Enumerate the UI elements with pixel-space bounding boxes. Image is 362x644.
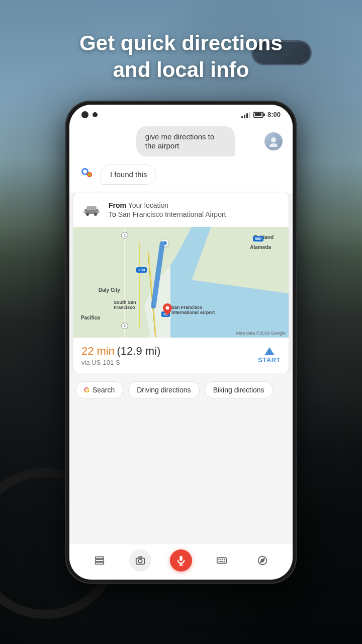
clock: 8:00 <box>267 111 281 118</box>
svg-rect-11 <box>83 211 85 213</box>
svg-point-32 <box>261 560 263 561</box>
camera-sensor <box>93 112 98 117</box>
svg-point-3 <box>83 170 87 174</box>
to-line: To San Francisco International Airport <box>109 210 226 218</box>
highway-1a: 1 <box>121 232 128 238</box>
map-label-south-sf: South SanFrancisco <box>114 300 136 310</box>
keyboard-nav-button[interactable] <box>211 549 233 572</box>
content-spacer <box>69 407 293 544</box>
duration-line: 22 min (12.9 mi) <box>81 345 160 358</box>
svg-point-6 <box>89 174 90 176</box>
highway-580: 580 <box>253 236 263 242</box>
signal-icon <box>241 111 250 118</box>
camera-area <box>81 111 98 118</box>
status-icons: 8:00 <box>241 111 281 118</box>
assistant-found-text: I found this <box>110 170 147 179</box>
svg-point-13 <box>166 306 169 310</box>
map-label-alameda: Alameda <box>250 245 271 250</box>
svg-rect-19 <box>179 556 183 561</box>
start-label: START <box>258 356 281 364</box>
status-bar: 8:00 <box>69 105 293 118</box>
map-label-sfo: San FranciscoInternational Airport <box>171 305 215 315</box>
camera-nav-button[interactable] <box>129 549 151 572</box>
svg-point-0 <box>271 137 276 142</box>
highway-280: 280 <box>136 267 147 273</box>
suggestion-driving-label: Driving directions <box>137 386 191 394</box>
suggestion-biking-label: Biking directions <box>213 386 264 394</box>
svg-point-18 <box>139 559 142 562</box>
google-g-logo: G <box>84 386 89 394</box>
headline-line1: Get quick directions <box>79 31 283 55</box>
bottom-nav-bar <box>69 544 293 580</box>
svg-point-9 <box>86 213 89 216</box>
svg-rect-8 <box>86 206 97 210</box>
google-assistant-logo <box>79 165 96 181</box>
assistant-response: I found this <box>79 165 283 185</box>
car-svg <box>82 203 101 217</box>
compass-icon <box>257 555 268 566</box>
headline-text: Get quick directions and local info <box>0 30 362 83</box>
svg-point-10 <box>94 213 97 216</box>
keyboard-icon <box>216 555 227 566</box>
duration-time: 22 min <box>81 345 115 357</box>
headline-container: Get quick directions and local info <box>0 30 362 83</box>
duration-card: 22 min (12.9 mi) via US-101 S START <box>73 338 289 373</box>
phone-frame: 8:00 give me directions to the airport <box>65 101 297 584</box>
user-message-bubble: give me directions to the airport <box>136 126 259 156</box>
directions-card: From Your location To San Francisco Inte… <box>73 193 289 373</box>
map-road-280 <box>139 242 140 328</box>
duration-info: 22 min (12.9 mi) via US-101 S <box>81 345 160 366</box>
svg-rect-22 <box>217 558 226 564</box>
user-avatar <box>264 132 283 150</box>
suggestion-driving[interactable]: Driving directions <box>128 381 199 398</box>
map-label-pacifica: Pacifica <box>81 315 100 320</box>
svg-rect-15 <box>96 559 104 561</box>
phone-screen: 8:00 give me directions to the airport <box>69 105 293 580</box>
user-message: give me directions to the airport <box>136 126 235 156</box>
user-message-text: give me directions to the airport <box>145 132 215 150</box>
assistant-logo-svg <box>79 165 96 181</box>
headline-line2: and local info <box>113 58 249 82</box>
start-navigation-button[interactable]: START <box>258 347 281 364</box>
suggestion-biking[interactable]: Biking directions <box>205 381 273 398</box>
suggestion-search[interactable]: G Search <box>75 381 123 398</box>
directions-header: From Your location To San Francisco Inte… <box>73 193 289 227</box>
cards-icon <box>94 555 105 566</box>
svg-rect-16 <box>96 562 104 565</box>
camera-icon <box>135 555 146 566</box>
avatar-icon <box>268 136 279 147</box>
compass-nav-button[interactable] <box>251 549 274 572</box>
map-label-daly-city: Daly City <box>99 287 120 293</box>
phone-content: give me directions to the airport <box>69 118 293 544</box>
directions-text: From Your location To San Francisco Inte… <box>109 201 226 218</box>
map-pin-end <box>163 303 172 317</box>
microphone-icon <box>175 555 187 566</box>
camera-lens <box>81 111 88 118</box>
map-pin-svg <box>163 303 172 315</box>
svg-rect-12 <box>98 211 100 213</box>
map-road-1 <box>124 227 125 338</box>
chat-area: give me directions to the airport <box>69 118 293 193</box>
assistant-bubble: I found this <box>101 165 156 185</box>
car-icon <box>81 200 102 220</box>
duration-distance: (12.9 mi) <box>117 345 161 357</box>
start-arrow-icon <box>264 347 275 355</box>
map-container[interactable]: Oakland Alameda Daly City South SanFranc… <box>73 227 289 338</box>
highway-1b: 1 <box>121 323 128 329</box>
duration-via: via US-101 S <box>81 359 160 366</box>
cards-nav-button[interactable] <box>88 549 111 572</box>
suggestion-search-label: Search <box>93 386 115 394</box>
svg-rect-14 <box>96 557 104 559</box>
battery-icon <box>253 112 263 118</box>
suggestions-bar: G Search Driving directions Biking direc… <box>69 373 293 407</box>
microphone-nav-button[interactable] <box>170 549 192 572</box>
svg-point-1 <box>269 143 278 147</box>
map-attribution: Map data ©2019 Google <box>236 331 286 336</box>
from-line: From Your location <box>109 201 226 209</box>
